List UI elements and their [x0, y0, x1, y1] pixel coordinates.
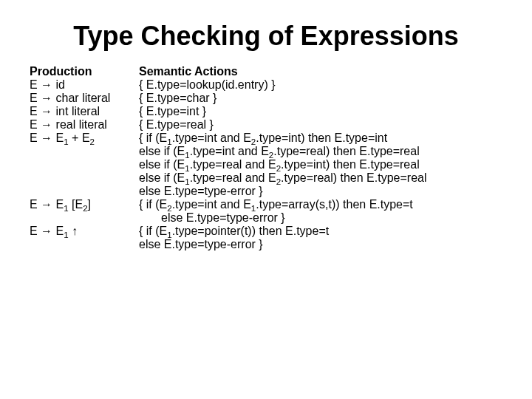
header-actions: Semantic Actions: [139, 65, 502, 78]
act-id: { E.type=lookup(id.entry) }: [139, 78, 502, 92]
prod-char: E → char literal: [30, 92, 139, 105]
act-plus: { if (E1.type=int and E2.type=int) then …: [139, 132, 502, 198]
header-production: Production: [30, 65, 139, 78]
act-char: { E.type=char }: [139, 92, 502, 105]
prod-deref: E → E1 ↑: [30, 225, 139, 238]
prod-int: E → int literal: [30, 105, 139, 118]
prod-plus: E → E1 + E2: [30, 132, 139, 145]
rule-index: E → E1 [E2] { if (E2.type=int and E1.typ…: [30, 198, 502, 225]
act-index-l1: { if (E2.type=int and E1.type=array(s,t)…: [139, 198, 502, 211]
act-plus-l2: else if (E1.type=int and E2.type=real) t…: [139, 145, 502, 158]
prod-plus-s2: 2: [90, 137, 95, 146]
rule-deref: E → E1 ↑ { if (E1.type=pointer(t)) then …: [30, 225, 502, 251]
rule-char: E → char literal { E.type=char }: [30, 92, 502, 105]
prod-plus-a: E → E: [30, 132, 64, 144]
prod-plus-b: + E: [69, 132, 90, 144]
act-deref: { if (E1.type=pointer(t)) then E.type=t …: [139, 225, 502, 251]
prod-index: E → E1 [E2]: [30, 198, 139, 211]
slide-title: Type Checking of Expressions: [30, 21, 502, 52]
act-index-l2: else E.type=type-error }: [139, 211, 502, 225]
act-plus-l3: else if (E1.type=real and E2.type=int) t…: [139, 158, 502, 171]
rule-int: E → int literal { E.type=int }: [30, 105, 502, 118]
rule-real: E → real literal { E.type=real }: [30, 118, 502, 132]
act-deref-l1: { if (E1.type=pointer(t)) then E.type=t: [139, 225, 502, 238]
act-index: { if (E2.type=int and E1.type=array(s,t)…: [139, 198, 502, 225]
act-plus-l5: else E.type=type-error }: [139, 185, 502, 198]
act-deref-l2: else E.type=type-error }: [139, 238, 502, 251]
header-row: Production Semantic Actions: [30, 65, 502, 78]
act-int: { E.type=int }: [139, 105, 502, 118]
act-plus-l1: { if (E1.type=int and E2.type=int) then …: [139, 132, 502, 145]
content-table: Production Semantic Actions E → id { E.t…: [30, 65, 502, 251]
rule-plus: E → E1 + E2 { if (E1.type=int and E2.typ…: [30, 132, 502, 198]
prod-real: E → real literal: [30, 118, 139, 132]
rule-id: E → id { E.type=lookup(id.entry) }: [30, 78, 502, 92]
act-real: { E.type=real }: [139, 118, 502, 132]
act-plus-l4: else if (E1.type=real and E2.type=real) …: [139, 171, 502, 185]
slide: Type Checking of Expressions Production …: [0, 0, 532, 399]
prod-id: E → id: [30, 78, 139, 92]
